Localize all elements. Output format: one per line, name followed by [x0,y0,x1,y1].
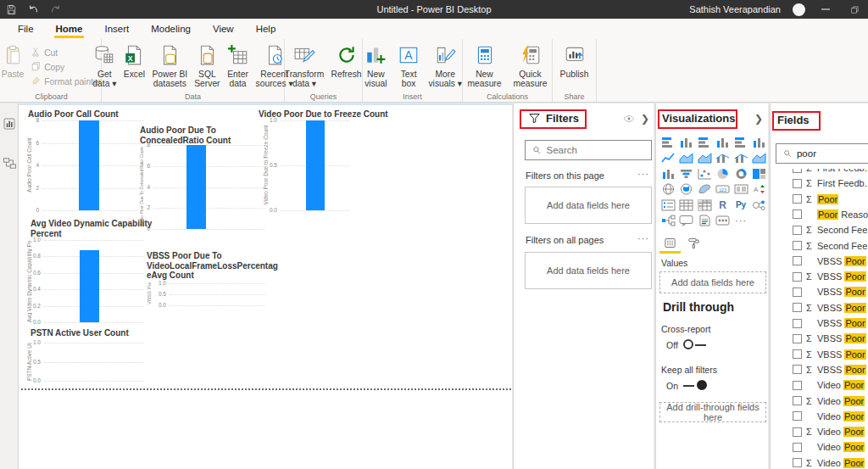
ribbon-chart-icon[interactable] [752,152,767,165]
pie-chart-icon[interactable] [715,167,731,180]
line-chart-icon[interactable] [660,152,676,165]
scorecard-icon[interactable] [715,215,731,227]
ribbon-tab-insert[interactable]: Insert [93,19,140,39]
ribbon-tab-view[interactable]: View [202,19,245,39]
cross-report-toggle[interactable]: Off [666,339,707,351]
field-row[interactable]: ΣVBSS Poor ... [771,300,868,315]
scatter-chart-icon[interactable] [697,167,712,180]
ribbon-tab-help[interactable]: Help [245,19,287,39]
funnel-chart-icon[interactable] [679,167,694,180]
field-row[interactable]: ΣFirst Feedb... [771,169,868,176]
field-row[interactable]: ΣVBSS Poor ... [771,331,868,346]
field-checkbox[interactable] [793,194,802,204]
undo-icon[interactable] [22,0,44,19]
kpi-icon[interactable]: A [752,183,767,196]
stacked-column-chart-icon[interactable] [679,136,694,148]
qa-visual-icon[interactable] [679,215,694,227]
bar[interactable] [80,250,99,322]
line-and-clustered-column-chart-icon[interactable] [733,152,748,165]
field-row[interactable]: ΣVBSS Poor ... [771,362,868,377]
field-row[interactable]: ΣSecond Fee... [771,238,868,254]
ribbon-tab-file[interactable]: File [7,19,45,39]
100-stacked-bar-chart-icon[interactable] [733,136,748,148]
format-tab-icon[interactable] [684,235,703,250]
field-row[interactable]: ΣVBSS Poor ... [771,269,868,284]
filters-search-input[interactable] [547,145,645,155]
paginated-report-icon[interactable] [697,215,712,227]
filters-all-dropzone[interactable]: Add data fields here [525,252,652,289]
bar[interactable] [186,145,206,229]
field-checkbox[interactable] [793,365,802,374]
field-row[interactable]: Video Poor ... [771,409,868,424]
redo-icon[interactable] [44,0,66,19]
matrix-icon[interactable] [697,198,712,211]
eye-icon[interactable] [623,113,635,128]
card-icon[interactable]: 123 [715,183,731,196]
field-checkbox[interactable] [793,179,802,188]
decomposition-tree-icon[interactable] [660,215,676,227]
field-row[interactable]: VBSS Poor ... [771,284,868,299]
bar[interactable] [306,120,325,210]
format-painter-button[interactable]: Format painter [31,75,101,88]
field-checkbox[interactable] [793,303,802,312]
field-checkbox[interactable] [793,241,802,250]
collapse-visualizations-chevron[interactable]: ❯ [754,113,763,125]
model-view-icon[interactable] [0,153,19,173]
field-checkbox[interactable] [793,334,802,343]
field-checkbox[interactable] [793,349,802,359]
filters-all-more-icon[interactable]: ··· [637,233,649,243]
field-checkbox[interactable] [793,226,802,235]
field-checkbox[interactable] [793,319,802,328]
clustered-bar-chart-icon[interactable] [697,136,712,148]
stacked-area-chart-icon[interactable] [697,152,712,165]
more-visuals-ellipsis-icon[interactable]: ··· [733,215,748,227]
filters-page-dropzone[interactable]: Add data fields here [525,187,652,224]
r-script-visual-icon[interactable]: R [715,198,731,211]
field-row[interactable]: Video Poor ... [771,439,868,455]
field-row[interactable]: ΣVideo Poor ... [771,455,868,469]
table-icon[interactable] [679,198,694,211]
field-row[interactable]: Poor Reason [771,207,868,222]
clustered-column-chart-icon[interactable] [715,136,731,148]
field-checkbox[interactable] [793,411,802,421]
field-row[interactable]: ΣVideo Poor ... [771,424,868,439]
field-checkbox[interactable] [793,381,802,390]
field-checkbox[interactable] [793,396,802,405]
save-icon[interactable] [0,0,22,19]
map-icon[interactable] [660,183,676,196]
field-row[interactable]: VBSS Poor ... [771,315,868,331]
field-checkbox[interactable] [793,443,802,452]
field-checkbox[interactable] [793,458,802,467]
fields-tab-icon[interactable] [660,235,679,250]
field-row[interactable]: VBSS Poor ... [771,254,868,269]
donut-chart-icon[interactable] [733,167,748,180]
bar[interactable] [79,120,99,210]
ribbon-tab-modeling[interactable]: Modeling [140,19,202,39]
line-and-stacked-column-chart-icon[interactable] [715,152,731,165]
treemap-icon[interactable] [752,167,767,180]
field-row[interactable]: ΣVBSS Poor ... [771,347,868,362]
filters-search[interactable] [525,140,652,160]
restore-button[interactable] [846,1,863,18]
field-checkbox[interactable] [793,272,802,282]
python-visual-icon[interactable]: Py [733,198,748,211]
collapse-filters-chevron[interactable]: ❯ [641,113,649,125]
filled-map-icon[interactable] [679,183,694,196]
field-checkbox[interactable] [793,288,802,297]
ribbon-tab-home[interactable]: Home [45,19,94,39]
copy-button[interactable]: Copy [31,60,101,74]
area-chart-icon[interactable] [679,152,694,165]
field-checkbox[interactable] [793,209,802,219]
field-row[interactable]: ΣVideo Poor ... [771,394,868,409]
keep-filters-toggle[interactable]: On [666,380,707,392]
stacked-bar-chart-icon[interactable] [660,136,676,148]
filters-page-more-icon[interactable]: ··· [637,169,649,179]
field-row[interactable]: ΣPoor [771,192,868,207]
fields-search[interactable] [776,143,868,164]
key-influencers-icon[interactable] [752,198,767,211]
values-dropzone[interactable]: Add data fields here [659,271,766,293]
waterfall-chart-icon[interactable] [660,167,676,180]
cut-button[interactable]: Cut [31,46,101,59]
fields-search-input[interactable] [797,148,863,159]
report-view-icon[interactable] [0,114,19,134]
